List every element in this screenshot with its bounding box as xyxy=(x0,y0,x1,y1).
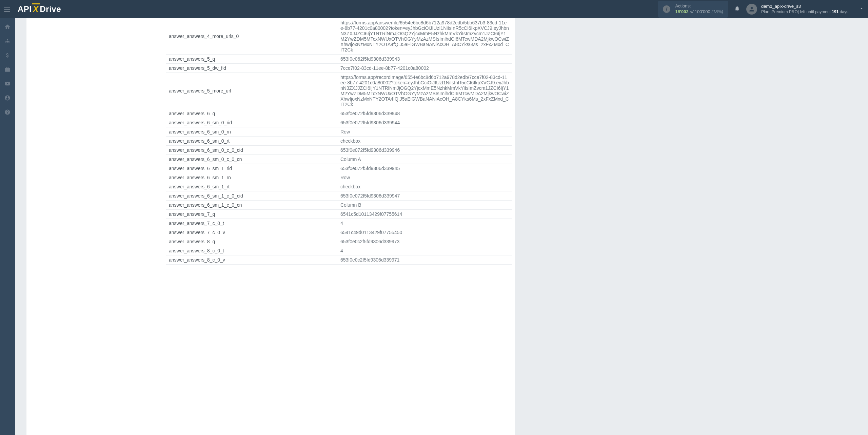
dollar-icon[interactable] xyxy=(4,51,11,59)
table-row: answer_answers_6_sm_1_rtcheckbox xyxy=(166,182,512,191)
field-key: answer_answers_7_q xyxy=(166,210,338,219)
field-key: answer_answers_8_c_0_t xyxy=(166,246,338,255)
avatar xyxy=(746,4,757,15)
field-key: answer_answers_6_sm_0_c_0_cn xyxy=(166,155,338,164)
logo-text-x: X xyxy=(32,4,40,14)
plan-suffix: | left until payment xyxy=(798,9,831,14)
plan-name: Premium PRO xyxy=(771,9,797,14)
field-value: Column A xyxy=(338,155,512,164)
actions-label: Actions: xyxy=(675,3,723,9)
field-key: answer_answers_7_c_0_v xyxy=(166,228,338,237)
table-row: answer_answers_6_sm_0_rid653f0e072f5fd93… xyxy=(166,118,512,127)
actions-counter[interactable]: i Actions: 18'002 of 100'000 (18%) xyxy=(658,1,728,18)
table-row: answer_answers_6_sm_1_rid653f0e072f5fd93… xyxy=(166,164,512,173)
menu-toggle[interactable] xyxy=(4,5,12,13)
table-row: answer_answers_6_sm_1_c_0_cid653f0e072f5… xyxy=(166,191,512,201)
field-key: answer_answers_6_sm_0_rn xyxy=(166,127,338,137)
field-key: answer_answers_6_q xyxy=(166,109,338,118)
field-value: Row xyxy=(338,173,512,182)
sidebar xyxy=(0,18,15,435)
actions-pct: (18%) xyxy=(711,9,723,14)
info-icon: i xyxy=(663,5,670,13)
field-value: checkbox xyxy=(338,137,512,146)
chevron-down-icon xyxy=(859,6,864,12)
field-value: 653f0e072f5fd9306d339946 xyxy=(338,146,512,155)
field-key: answer_answers_6_sm_0_c_0_cid xyxy=(166,146,338,155)
field-value: Column B xyxy=(338,201,512,210)
field-value: https://forms.app/recordimage/6554e6bc8d… xyxy=(338,73,512,109)
help-icon[interactable] xyxy=(4,108,11,116)
plan-prefix: Plan | xyxy=(761,9,771,14)
table-row: answer_answers_6_sm_1_c_0_cnColumn B xyxy=(166,201,512,210)
field-key: answer_answers_6_sm_1_rn xyxy=(166,173,338,182)
actions-current: 18'002 xyxy=(675,9,688,14)
field-key: answer_answers_7_c_0_t xyxy=(166,219,338,228)
table-row: answer_answers_5_q653f0e062f5fd9306d3399… xyxy=(166,55,512,64)
plan-days-label: days xyxy=(840,9,848,14)
table-row: answer_answers_4_more_urls_0https://form… xyxy=(166,18,512,55)
logo-text-api: API xyxy=(18,4,32,14)
field-key: answer_answers_8_q xyxy=(166,237,338,246)
actions-of: of xyxy=(690,9,693,14)
actions-total: 100'000 xyxy=(695,9,710,14)
field-key: answer_answers_6_sm_1_rid xyxy=(166,164,338,173)
field-value: 6541c49d0113429f07755450 xyxy=(338,228,512,237)
field-value: 653f0e0c2f5fd9306d339973 xyxy=(338,237,512,246)
topbar: APIXDrive i Actions: 18'002 of 100'000 (… xyxy=(0,0,868,18)
briefcase-icon[interactable] xyxy=(4,66,11,73)
table-row: answer_answers_7_q6541c5d10113429f077556… xyxy=(166,210,512,219)
table-row: answer_answers_5_more_urlhttps://forms.a… xyxy=(166,73,512,109)
field-key: answer_answers_8_c_0_v xyxy=(166,255,338,265)
field-value: 653f0e072f5fd9306d339944 xyxy=(338,118,512,127)
sitemap-icon[interactable] xyxy=(4,37,11,45)
field-key: answer_answers_6_sm_0_rt xyxy=(166,137,338,146)
field-value: https://forms.app/answerfile/6554e6bc8d6… xyxy=(338,18,512,55)
user-menu[interactable]: demo_apix-drive_s3 Plan |Premium PRO| le… xyxy=(746,4,864,15)
field-value: 4 xyxy=(338,219,512,228)
field-key: answer_answers_6_sm_1_c_0_cid xyxy=(166,191,338,201)
field-key: answer_answers_6_sm_1_rt xyxy=(166,182,338,191)
table-row: answer_answers_6_sm_0_rnRow xyxy=(166,127,512,137)
field-key: answer_answers_4_more_urls_0 xyxy=(166,18,338,55)
table-row: answer_answers_8_q653f0e0c2f5fd9306d3399… xyxy=(166,237,512,246)
field-value: checkbox xyxy=(338,182,512,191)
logo[interactable]: APIXDrive xyxy=(18,4,61,14)
table-row: answer_answers_8_c_0_v653f0e0c2f5fd9306d… xyxy=(166,255,512,265)
table-row: answer_answers_8_c_0_t4 xyxy=(166,246,512,255)
user-icon[interactable] xyxy=(4,94,11,102)
field-key: answer_answers_6_sm_0_rid xyxy=(166,118,338,127)
field-key: answer_answers_5_more_url xyxy=(166,73,338,109)
table-row: answer_answers_6_sm_0_rtcheckbox xyxy=(166,137,512,146)
table-row: answer_answers_7_c_0_t4 xyxy=(166,219,512,228)
data-table: answer_answers_4_more_urls_0https://form… xyxy=(166,18,512,265)
table-row: answer_answers_6_sm_1_rnRow xyxy=(166,173,512,182)
bell-icon[interactable] xyxy=(734,5,740,13)
field-key: answer_answers_6_sm_1_c_0_cn xyxy=(166,201,338,210)
field-value: 653f0e072f5fd9306d339947 xyxy=(338,191,512,201)
content-wrap: answer_answers_4_more_urls_0https://form… xyxy=(15,18,868,435)
field-key: answer_answers_5_dw_fid xyxy=(166,64,338,73)
field-value: Row xyxy=(338,127,512,137)
field-value: 653f0e072f5fd9306d339945 xyxy=(338,164,512,173)
table-row: answer_answers_7_c_0_v6541c49d0113429f07… xyxy=(166,228,512,237)
table-row: answer_answers_6_sm_0_c_0_cnColumn A xyxy=(166,155,512,164)
field-key: answer_answers_5_q xyxy=(166,55,338,64)
youtube-icon[interactable] xyxy=(4,80,11,87)
plan-days-num: 191 xyxy=(832,9,839,14)
field-value: 653f0e072f5fd9306d339948 xyxy=(338,109,512,118)
field-value: 7cce7f02-83cd-11ee-8b77-4201c0a80002 xyxy=(338,64,512,73)
table-row: answer_answers_6_sm_0_c_0_cid653f0e072f5… xyxy=(166,146,512,155)
user-name: demo_apix-drive_s3 xyxy=(761,4,848,9)
field-value: 653f0e0c2f5fd9306d339971 xyxy=(338,255,512,265)
field-value: 4 xyxy=(338,246,512,255)
home-icon[interactable] xyxy=(4,23,11,30)
table-row: answer_answers_6_q653f0e072f5fd9306d3399… xyxy=(166,109,512,118)
field-value: 653f0e062f5fd9306d339943 xyxy=(338,55,512,64)
table-row: answer_answers_5_dw_fid7cce7f02-83cd-11e… xyxy=(166,64,512,73)
card: answer_answers_4_more_urls_0https://form… xyxy=(26,18,515,435)
logo-text-drive: Drive xyxy=(40,4,61,14)
field-value: 6541c5d10113429f07755614 xyxy=(338,210,512,219)
